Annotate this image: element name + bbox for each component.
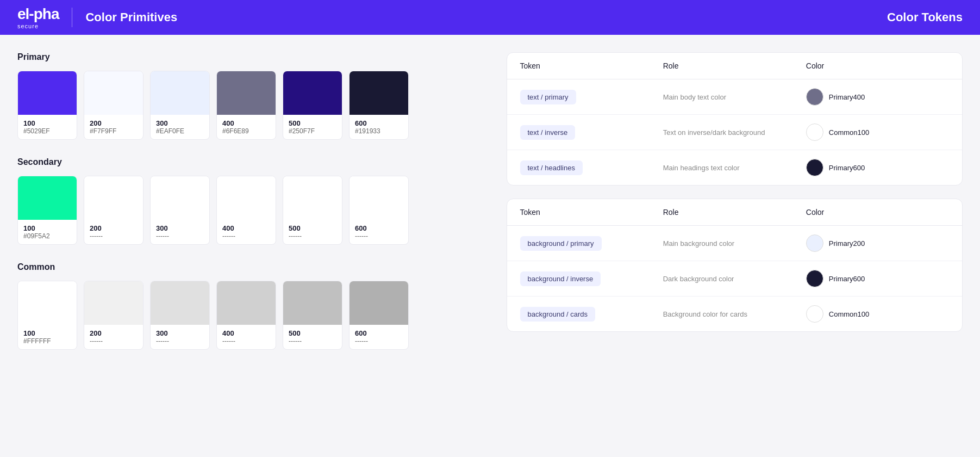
- color-swatch-card: 300 ------: [150, 281, 210, 350]
- primary-section: Primary 100 #5029EF 200 #F7F9FF 300 #EAF…: [17, 52, 474, 140]
- header-divider: [72, 8, 72, 27]
- swatch-number: 300: [156, 329, 204, 337]
- token-badge: background / inverse: [520, 271, 601, 286]
- swatch-info: 600 ------: [349, 325, 408, 349]
- swatch-color-box: [283, 71, 342, 115]
- token-role-cell: Dark background color: [663, 275, 806, 283]
- token-row: text / inverse Text on inverse/dark back…: [507, 115, 963, 150]
- swatch-hex: ------: [355, 232, 403, 240]
- token-badge-cell: text / headlines: [520, 160, 663, 175]
- swatch-color-box: [84, 71, 143, 115]
- logo-mark: el-pha secure: [17, 5, 59, 29]
- token-color-circle: [806, 305, 823, 323]
- swatch-color-box: [151, 176, 209, 220]
- color-swatch-card: 500 ------: [283, 176, 342, 245]
- bg-tokens-section: Token Role Color background / primary Ma…: [507, 199, 963, 332]
- token-color-name: Common100: [829, 310, 869, 318]
- swatch-info: 600 #191933: [349, 115, 408, 139]
- swatch-number: 300: [156, 224, 204, 232]
- color-tokens-panel: Token Role Color text / primary Main bod…: [496, 52, 963, 440]
- color-swatch-card: 500 #250F7F: [283, 71, 342, 140]
- swatch-number: 400: [222, 224, 270, 232]
- bg-tokens-header: Token Role Color: [507, 199, 963, 226]
- swatch-hex: ------: [222, 232, 270, 240]
- swatch-info: 100 #5029EF: [18, 115, 77, 139]
- swatch-color-box: [151, 281, 209, 325]
- token-role-cell: Main headings text color: [663, 164, 806, 172]
- color-swatch-card: 400 ------: [216, 281, 276, 350]
- token-role-cell: Main background color: [663, 239, 806, 248]
- token-row: background / inverse Dark background col…: [507, 261, 963, 297]
- swatch-color-box: [18, 176, 77, 220]
- swatch-hex: #EAF0FE: [156, 127, 204, 135]
- swatch-color-box: [217, 176, 276, 220]
- swatch-hex: ------: [90, 232, 138, 240]
- secondary-section-title: Secondary: [17, 157, 474, 167]
- token-color-circle: [806, 234, 823, 252]
- swatch-hex: #5029EF: [23, 127, 71, 135]
- swatch-info: 200 #F7F9FF: [84, 115, 143, 139]
- token-color-cell: Primary200: [806, 234, 949, 252]
- logo: el-pha secure: [17, 5, 59, 29]
- swatch-hex: ------: [222, 337, 270, 345]
- token-badge: text / headlines: [520, 160, 583, 175]
- color-swatch-card: 100 #09F5A2: [17, 176, 77, 245]
- swatch-info: 400 ------: [217, 325, 276, 349]
- swatch-number: 500: [289, 329, 336, 337]
- common-section: Common 100 #FFFFFF 200 ------ 300 ------…: [17, 262, 474, 350]
- text-tokens-rows: text / primary Main body text color Prim…: [507, 79, 963, 185]
- swatch-color-box: [84, 176, 143, 220]
- swatch-number: 200: [90, 329, 138, 337]
- token-role-cell: Main body text color: [663, 93, 806, 101]
- color-swatch-card: 300 ------: [150, 176, 210, 245]
- swatch-color-box: [283, 281, 342, 325]
- swatch-hex: ------: [90, 337, 138, 345]
- token-role-cell: Background color for cards: [663, 310, 806, 318]
- swatch-info: 500 ------: [283, 220, 342, 244]
- swatch-info: 600 ------: [349, 220, 408, 244]
- logo-subtext: secure: [17, 23, 39, 29]
- swatch-color-box: [18, 281, 77, 325]
- header-title-primitives: Color Primitives: [85, 10, 887, 24]
- swatch-hex: #09F5A2: [23, 232, 71, 240]
- main-content: Primary 100 #5029EF 200 #F7F9FF 300 #EAF…: [0, 35, 980, 457]
- swatch-info: 100 #FFFFFF: [18, 325, 77, 349]
- swatch-hex: ------: [289, 232, 336, 240]
- swatch-number: 600: [355, 119, 403, 127]
- color-swatch-card: 600 #191933: [349, 71, 409, 140]
- swatch-color-box: [84, 281, 143, 325]
- text-tokens-col-token: Token: [520, 61, 663, 70]
- text-tokens-header: Token Role Color: [507, 53, 963, 79]
- token-color-cell: Primary400: [806, 88, 949, 106]
- swatch-info: 400 #6F6E89: [217, 115, 276, 139]
- swatch-number: 100: [23, 119, 71, 127]
- token-color-cell: Common100: [806, 305, 949, 323]
- swatch-number: 400: [222, 329, 270, 337]
- token-color-circle: [806, 270, 823, 287]
- swatch-info: 300 ------: [151, 220, 209, 244]
- color-swatch-card: 200 ------: [84, 281, 143, 350]
- text-tokens-section: Token Role Color text / primary Main bod…: [507, 52, 963, 186]
- token-role-cell: Text on inverse/dark background: [663, 128, 806, 137]
- token-color-name: Primary400: [829, 93, 865, 101]
- bg-tokens-col-color: Color: [806, 208, 949, 217]
- token-badge-cell: text / inverse: [520, 125, 663, 140]
- swatch-info: 100 #09F5A2: [18, 220, 77, 244]
- token-badge-cell: text / primary: [520, 90, 663, 104]
- primary-section-title: Primary: [17, 52, 474, 62]
- swatch-hex: #FFFFFF: [23, 337, 71, 345]
- token-badge-cell: background / primary: [520, 236, 663, 251]
- text-tokens-col-color: Color: [806, 61, 949, 70]
- token-row: text / headlines Main headings text colo…: [507, 150, 963, 185]
- token-color-name: Primary600: [829, 164, 865, 172]
- color-swatch-card: 400 #6F6E89: [216, 71, 276, 140]
- color-swatch-card: 100 #FFFFFF: [17, 281, 77, 350]
- swatch-info: 500 ------: [283, 325, 342, 349]
- token-color-name: Common100: [829, 128, 869, 137]
- token-color-name: Primary200: [829, 239, 865, 248]
- bg-tokens-col-token: Token: [520, 208, 663, 217]
- text-tokens-col-role: Role: [663, 61, 806, 70]
- swatch-info: 300 #EAF0FE: [151, 115, 209, 139]
- token-color-name: Primary600: [829, 275, 865, 283]
- token-color-cell: Primary600: [806, 159, 949, 176]
